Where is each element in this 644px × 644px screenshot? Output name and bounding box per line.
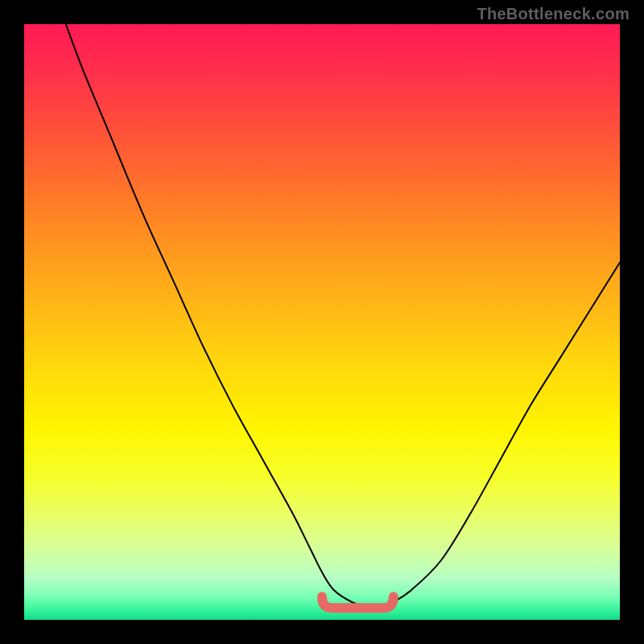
optimal-region-marker [322, 597, 394, 608]
watermark-text: TheBottleneck.com [477, 5, 630, 23]
bottleneck-curve [66, 24, 620, 609]
chart-frame: TheBottleneck.com [0, 0, 644, 644]
plot-area [24, 24, 620, 620]
curve-overlay [24, 24, 620, 620]
